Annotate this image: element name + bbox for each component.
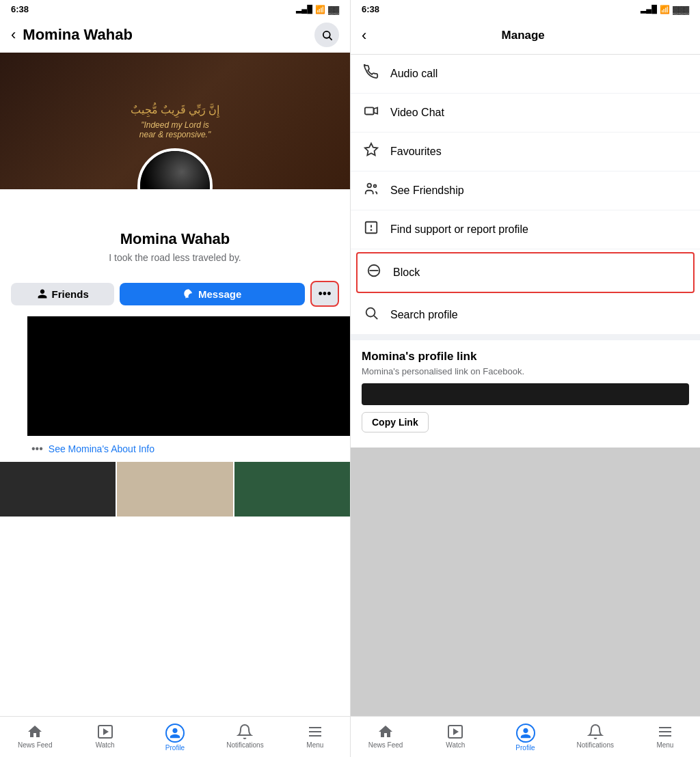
- left-search-button[interactable]: [314, 23, 339, 47]
- right-nav-notifications[interactable]: Notifications: [561, 721, 630, 754]
- about-info-label: See Momina's About Info: [49, 443, 154, 454]
- menu-favourites[interactable]: Favourites: [351, 133, 700, 171]
- svg-marker-3: [103, 728, 109, 735]
- profile-info: Momina Wahab I took the road less travel…: [0, 230, 350, 281]
- left-nav-menu-label: Menu: [306, 741, 323, 749]
- menu-block[interactable]: Block: [356, 252, 695, 293]
- phone-icon: [362, 64, 381, 83]
- right-battery-icon: ▓▓▓: [673, 5, 689, 14]
- svg-line-1: [329, 37, 332, 40]
- friends-button[interactable]: Friends: [11, 283, 114, 305]
- copy-link-button[interactable]: Copy Link: [362, 412, 429, 432]
- left-battery-icon: ▓▓: [328, 5, 339, 14]
- right-nav-profile[interactable]: Profile: [490, 721, 560, 754]
- action-buttons: Friends Message •••: [0, 281, 350, 316]
- left-nav-watch[interactable]: Watch: [70, 721, 139, 754]
- left-status-bar: 6:38 ▂▄█ 📶 ▓▓: [0, 0, 350, 17]
- right-play-icon: [447, 724, 463, 740]
- audio-call-label: Audio call: [390, 68, 438, 80]
- right-bottom-nav: News Feed Watch Profile Notifications Me…: [351, 716, 700, 757]
- bell-icon: [237, 724, 253, 740]
- right-bell-icon: [587, 724, 604, 740]
- right-nav-watch-label: Watch: [446, 741, 465, 749]
- right-nav-menu[interactable]: Menu: [630, 721, 700, 754]
- left-nav-menu[interactable]: Menu: [280, 721, 350, 754]
- profile-link-section: Momina's profile link Momina's personali…: [351, 335, 700, 442]
- left-nav-newsfeed[interactable]: News Feed: [0, 721, 70, 754]
- menu-video-chat[interactable]: Video Chat: [351, 94, 700, 133]
- left-nav-profile-label: Profile: [165, 744, 185, 752]
- left-nav-watch-label: Watch: [96, 741, 115, 749]
- manage-menu: Audio call Video Chat Favourites See Fri…: [351, 55, 700, 335]
- right-nav-newsfeed-label: News Feed: [368, 741, 403, 749]
- manage-title: Manage: [377, 29, 669, 42]
- profile-link-title: Momina's profile link: [362, 350, 689, 363]
- svg-rect-7: [365, 107, 374, 114]
- profile-name: Momina Wahab: [11, 230, 339, 248]
- star-icon: [362, 142, 381, 161]
- menu-icon: [307, 724, 323, 740]
- menu-see-friendship[interactable]: See Friendship: [351, 171, 700, 210]
- right-status-bar: 6:38 ▂▄█ 📶 ▓▓▓: [351, 0, 700, 17]
- right-nav-menu-label: Menu: [656, 741, 673, 749]
- menu-report[interactable]: Find support or report profile: [351, 210, 700, 249]
- left-nav-notifications[interactable]: Notifications: [210, 721, 280, 754]
- favourites-label: Favourites: [390, 146, 442, 158]
- alert-icon: [362, 220, 381, 239]
- messenger-icon: [183, 288, 194, 299]
- play-icon: [97, 724, 113, 740]
- cover-section: إِنَّ رَبِّي قَرِيبٌ مُّجِيبٌ "Indeed my…: [0, 53, 350, 189]
- search-profile-icon: [362, 305, 381, 325]
- video-area: [27, 316, 350, 436]
- profile-link-bar: [362, 383, 689, 405]
- svg-point-11: [374, 185, 377, 188]
- svg-marker-20: [453, 728, 459, 735]
- right-nav-notifications-label: Notifications: [576, 741, 613, 749]
- search-icon: [321, 29, 333, 41]
- friends-button-label: Friends: [52, 288, 89, 300]
- right-wifi-icon: 📶: [660, 5, 670, 14]
- left-nav-notifications-label: Notifications: [226, 741, 263, 749]
- right-profile-icon: [520, 727, 532, 739]
- profile-icon: [169, 727, 181, 739]
- left-header: ‹ Momina Wahab: [0, 17, 350, 53]
- photo-1: [0, 462, 116, 517]
- svg-marker-9: [365, 143, 377, 155]
- report-label: Find support or report profile: [390, 223, 528, 236]
- svg-point-14: [371, 230, 372, 230]
- menu-audio-call[interactable]: Audio call: [351, 55, 700, 94]
- more-dots-label: •••: [319, 287, 332, 301]
- see-friendship-label: See Friendship: [390, 184, 464, 197]
- svg-point-17: [366, 308, 375, 317]
- right-time: 6:38: [362, 4, 379, 14]
- left-back-button[interactable]: ‹: [11, 26, 16, 44]
- manage-header: ‹ Manage: [351, 17, 700, 55]
- left-bottom-nav: News Feed Watch Profile Notifications Me…: [0, 716, 350, 757]
- right-nav-watch[interactable]: Watch: [420, 721, 490, 754]
- left-wifi-icon: 📶: [315, 5, 325, 14]
- about-info-row[interactable]: ••• See Momina's About Info: [0, 436, 350, 462]
- right-nav-profile-label: Profile: [515, 744, 535, 752]
- friends-icon: [362, 181, 381, 200]
- photo-3: [234, 462, 350, 517]
- left-time: 6:38: [11, 4, 29, 14]
- svg-marker-8: [374, 107, 378, 113]
- more-button[interactable]: •••: [310, 281, 339, 307]
- video-icon: [362, 103, 381, 122]
- left-nav-profile[interactable]: Profile: [140, 721, 210, 754]
- right-home-icon: [377, 724, 394, 740]
- manage-back-button[interactable]: ‹: [362, 27, 366, 44]
- right-panel: 6:38 ▂▄█ 📶 ▓▓▓ ‹ Manage Audio call Video…: [350, 0, 700, 757]
- person-icon: [37, 288, 48, 299]
- left-signal-icon: ▂▄█: [296, 5, 312, 14]
- left-panel: 6:38 ▂▄█ 📶 ▓▓ ‹ Momina Wahab إِنَّ رَبِّ…: [0, 0, 350, 757]
- right-nav-newsfeed[interactable]: News Feed: [351, 721, 420, 754]
- right-signal-icon: ▂▄█: [641, 5, 657, 14]
- left-page-title: Momina Wahab: [23, 26, 314, 44]
- right-menu-icon: [657, 724, 673, 740]
- menu-search-profile[interactable]: Search profile: [351, 296, 700, 335]
- message-button[interactable]: Message: [120, 283, 305, 305]
- block-icon: [364, 263, 383, 282]
- home-icon: [27, 724, 43, 740]
- avatar-image: [140, 151, 210, 189]
